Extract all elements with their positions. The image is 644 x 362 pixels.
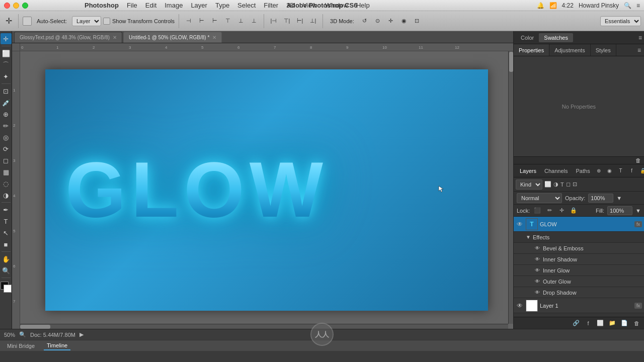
3d-rotate-icon[interactable]: ↺ [359,16,370,27]
layer-fx-1[interactable]: fx [634,303,642,309]
align-left-icon[interactable]: ⊣ [183,16,194,27]
dist-bottom-icon[interactable]: ⊥| [307,16,318,27]
dodge-tool[interactable]: ◑ [1,190,12,201]
filter-kind-select[interactable]: Kind [516,179,542,190]
effects-header-2[interactable]: ▼ Effects [514,313,644,317]
marquee-tool[interactable]: ⬜ [1,48,12,59]
app-name-menu[interactable]: Photoshop [80,2,123,9]
path-select-tool[interactable]: ↖ [1,227,12,238]
delete-layer-btn[interactable]: 🗑 [632,319,641,328]
new-group-btn[interactable]: 📁 [608,319,617,328]
hand-tool[interactable]: ✋ [1,253,12,264]
3d-scale-icon[interactable]: ⊡ [412,16,423,27]
timeline-tab[interactable]: Timeline [44,341,70,350]
layers-icon-5[interactable]: 🔒 [638,166,644,175]
trash-icon[interactable]: 🗑 [635,157,641,163]
filter-icon-smart[interactable]: ⊡ [573,181,577,188]
workspace-select[interactable]: Essentials [600,16,641,26]
align-top-icon[interactable]: ⊤ [222,16,233,27]
mini-bridge-tab[interactable]: Mini Bridge [4,342,38,350]
menu-edit[interactable]: Edit [141,2,160,9]
filter-icon-text[interactable]: T [560,182,564,188]
dist-right-icon[interactable]: ⊢| [294,16,305,27]
tab-color[interactable]: Color [516,33,539,42]
dist-h-icon[interactable]: |⊣ [268,16,279,27]
minimize-button[interactable] [13,3,19,9]
arrow-icon[interactable]: ▶ [79,331,84,338]
menu-filter[interactable]: Filter [260,2,282,9]
3d-slide-icon[interactable]: ◉ [398,16,410,27]
search-icon[interactable]: 🔍 [624,2,631,9]
text-tool[interactable]: T [1,216,12,227]
auto-select-icon[interactable] [23,17,32,26]
gradient-tool[interactable]: ▦ [1,166,12,177]
tab-untitled[interactable]: Untitled-1 @ 50% (GLOW, RGB/8) * ✕ [123,32,222,43]
bevel-eye[interactable]: 👁 [534,245,541,252]
lasso-tool[interactable]: ⌒ [1,59,12,70]
close-button[interactable] [4,3,10,9]
tab-properties[interactable]: Properties [514,44,549,56]
layers-icon-4[interactable]: f [627,166,636,175]
layers-icon-1[interactable]: ⊕ [594,166,603,175]
scrollbar-vertical[interactable] [508,51,513,324]
align-right-icon[interactable]: ⊢ [209,16,220,27]
checkbox-icon[interactable] [103,18,110,25]
blur-tool[interactable]: ◌ [1,178,12,189]
new-layer-btn[interactable]: 📄 [620,319,629,328]
layer-fx-glow[interactable]: fx [634,221,642,227]
layer-eye-1[interactable]: 👁 [516,302,524,310]
3d-pan-icon[interactable]: ✛ [385,16,396,27]
drop-shadow-eye[interactable]: 👁 [534,289,541,296]
layers-icon-3[interactable]: T [616,166,625,175]
properties-options[interactable]: ≡ [634,47,644,54]
tab-styles[interactable]: Styles [591,44,616,56]
healing-tool[interactable]: ⊕ [1,109,12,120]
tab-paths[interactable]: Paths [572,166,594,175]
fill-arrow[interactable]: ▼ [635,208,641,214]
fill-input[interactable] [607,206,632,215]
zoom-tool[interactable]: 🔍 [1,265,12,276]
tab-adjustments[interactable]: Adjustments [549,44,591,56]
clone-tool[interactable]: ◎ [1,132,12,143]
filter-icon-pixel[interactable]: ⬜ [544,181,551,188]
lock-all-btn[interactable]: 🔒 [569,206,578,215]
history-tool[interactable]: ⟳ [1,143,12,154]
layers-icon-2[interactable]: ◉ [605,166,614,175]
move-tool-icon[interactable]: ✛ [3,16,14,27]
menu-select[interactable]: Select [233,2,260,9]
blend-mode-select[interactable]: Normal [517,193,562,203]
shape-tool[interactable]: ■ [1,239,12,250]
filter-icon-adjust[interactable]: ◑ [553,181,558,188]
pen-tool[interactable]: ✒ [1,204,12,215]
layer-select[interactable]: Layer [72,16,101,26]
crop-tool[interactable]: ⊡ [1,85,12,97]
traffic-lights[interactable] [4,3,28,9]
panel-options-icon[interactable]: ≡ [638,34,642,41]
tab-swatches[interactable]: Swatches [539,33,573,42]
menu-image[interactable]: Image [160,2,187,9]
menu-icon[interactable]: ≡ [636,2,640,9]
tab-close-1[interactable]: ✕ [113,35,117,40]
dist-v-icon[interactable]: ⊤| [281,16,292,27]
tab-channels[interactable]: Channels [540,166,572,175]
effect-drop-shadow[interactable]: 👁 Drop Shadow [514,287,644,298]
move-tool[interactable]: ✛ [1,33,12,44]
effect-bevel-emboss[interactable]: 👁 Bevel & Emboss [514,243,644,254]
menu-file[interactable]: File [123,2,141,9]
align-middle-icon[interactable]: ⊥ [235,16,247,27]
add-mask-btn[interactable]: ⬜ [596,319,605,328]
background-color[interactable] [4,285,12,293]
add-style-btn[interactable]: f [584,319,593,328]
menu-layer[interactable]: Layer [187,2,211,9]
lock-pixels-btn[interactable]: ✏ [545,206,554,215]
align-bottom-icon[interactable]: ⊥ [249,16,260,27]
tab-close-2[interactable]: ✕ [212,35,216,40]
tab-layers[interactable]: Layers [516,166,540,175]
opacity-input[interactable] [588,194,613,203]
inner-glow-eye[interactable]: 👁 [534,267,541,274]
tab-glossytext[interactable]: GlossyText.psd @ 48.3% (Glow, RGB/8) ✕ [14,32,122,43]
inner-shadow-eye[interactable]: 👁 [534,256,541,263]
brush-tool[interactable]: ✏ [1,120,12,131]
maximize-button[interactable] [22,3,28,9]
layer-eye-glow[interactable]: 👁 [516,220,524,228]
